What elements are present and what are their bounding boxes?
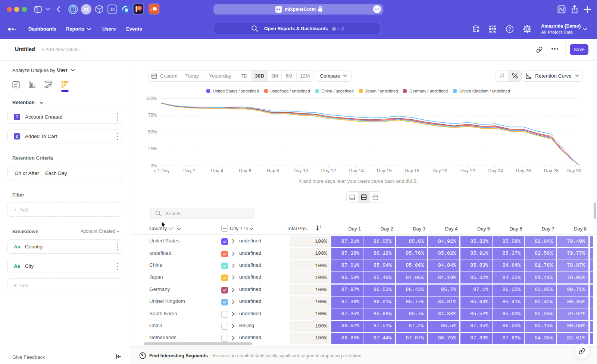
svg-text:Day 4: Day 4 [211, 168, 224, 173]
svg-text:< 1 Day: < 1 Day [153, 168, 170, 173]
svg-text:Day 28: Day 28 [544, 168, 559, 173]
svg-text:25%: 25% [148, 146, 157, 151]
svg-text:Day 18: Day 18 [405, 168, 420, 173]
svg-text:Day 22: Day 22 [460, 168, 475, 173]
svg-text:75%: 75% [148, 113, 157, 118]
svg-text:Day 12: Day 12 [321, 168, 336, 173]
svg-text:Day 6: Day 6 [239, 168, 251, 173]
svg-text:Day 26: Day 26 [516, 168, 531, 173]
svg-text:Day 16: Day 16 [377, 168, 392, 173]
svg-text:0%: 0% [151, 163, 157, 169]
svg-text:?: ? [508, 26, 511, 32]
svg-text:JS: JS [110, 7, 115, 12]
svg-text:50%: 50% [148, 129, 157, 135]
svg-text:Day 14: Day 14 [349, 168, 364, 173]
svg-text:100%: 100% [146, 96, 157, 101]
svg-text:Day 24: Day 24 [488, 168, 503, 173]
svg-text:Day 8: Day 8 [267, 168, 279, 173]
svg-text:Day 2: Day 2 [183, 168, 196, 173]
svg-text:Day 10: Day 10 [293, 168, 308, 173]
svg-text:Day 20: Day 20 [432, 168, 447, 173]
svg-text:Day 30: Day 30 [566, 168, 581, 173]
